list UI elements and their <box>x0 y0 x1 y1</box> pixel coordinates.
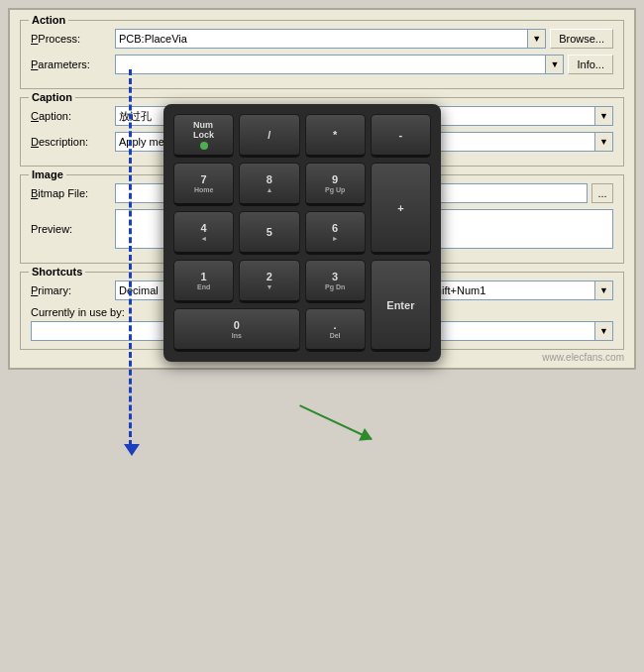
watermark: www.elecfans.com <box>542 352 624 363</box>
caption-dropdown-btn[interactable]: ▼ <box>595 106 613 126</box>
plus-key[interactable]: + <box>371 163 431 255</box>
7-key[interactable]: 7 Home <box>173 163 234 206</box>
numlock-indicator <box>200 142 208 150</box>
dashed-blue-arrow <box>129 69 132 446</box>
8-key[interactable]: 8 ▲ <box>239 163 299 206</box>
4-key[interactable]: 4 ◄ <box>173 211 234 255</box>
parameters-dropdown-btn[interactable]: ▼ <box>546 55 564 74</box>
action-section-title: Action <box>29 14 68 26</box>
caption-section-title: Caption <box>29 91 75 103</box>
browse-button[interactable]: Browse... <box>550 29 613 49</box>
parameters-row: Parameters: ▼ Info... <box>31 55 613 74</box>
divide-key[interactable]: / <box>239 114 299 158</box>
preview-label: Preview: <box>31 223 115 235</box>
caption-label: Caption: <box>31 110 115 122</box>
5-key[interactable]: 5 <box>239 211 299 255</box>
description-dropdown-btn[interactable]: ▼ <box>595 132 613 152</box>
process-input[interactable] <box>115 29 528 49</box>
primary-label: Primary: <box>31 284 115 296</box>
currently-dropdown-btn-2[interactable]: ▼ <box>595 321 613 341</box>
shortcuts-section-title: Shortcuts <box>29 266 85 278</box>
dot-key[interactable]: . Del <box>305 308 366 352</box>
2-key[interactable]: 2 ▼ <box>239 260 299 303</box>
enter-key[interactable]: Enter <box>371 260 431 352</box>
1-key[interactable]: 1 End <box>173 260 234 303</box>
numlock-key[interactable]: NumLock <box>173 114 234 158</box>
process-dropdown-btn[interactable]: ▼ <box>528 29 546 49</box>
3-key[interactable]: 3 Pg Dn <box>305 260 366 303</box>
0-key[interactable]: 0 Ins <box>173 308 300 352</box>
parameters-input[interactable] <box>115 55 546 74</box>
parameters-input-group: ▼ <box>115 55 564 74</box>
process-label: PProcess: <box>31 33 115 45</box>
action-section: Action PProcess: ▼ Browse... Parameters:… <box>20 20 624 89</box>
multiply-key[interactable]: * <box>305 114 366 158</box>
alternative-dropdown-btn[interactable]: ▼ <box>595 280 613 300</box>
6-key[interactable]: 6 ► <box>305 211 366 255</box>
process-row: PProcess: ▼ Browse... <box>31 29 613 49</box>
9-key[interactable]: 9 Pg Up <box>305 163 366 206</box>
minus-key[interactable]: - <box>371 114 431 158</box>
info-button[interactable]: Info... <box>568 55 613 74</box>
image-section-title: Image <box>29 168 66 180</box>
bitmap-label: Bitmap File: <box>31 187 115 199</box>
process-input-group: ▼ <box>115 29 546 49</box>
numpad-overlay: NumLock / * - 7 Home 8 ▲ 9 Pg Up + 4 ◄ 5… <box>163 104 441 362</box>
main-dialog: Action PProcess: ▼ Browse... Parameters:… <box>8 8 636 370</box>
parameters-label: Parameters: <box>31 58 115 70</box>
green-arrow <box>299 404 372 440</box>
bitmap-ellipsis-btn[interactable]: ... <box>591 183 613 203</box>
description-label: Description: <box>31 136 115 148</box>
